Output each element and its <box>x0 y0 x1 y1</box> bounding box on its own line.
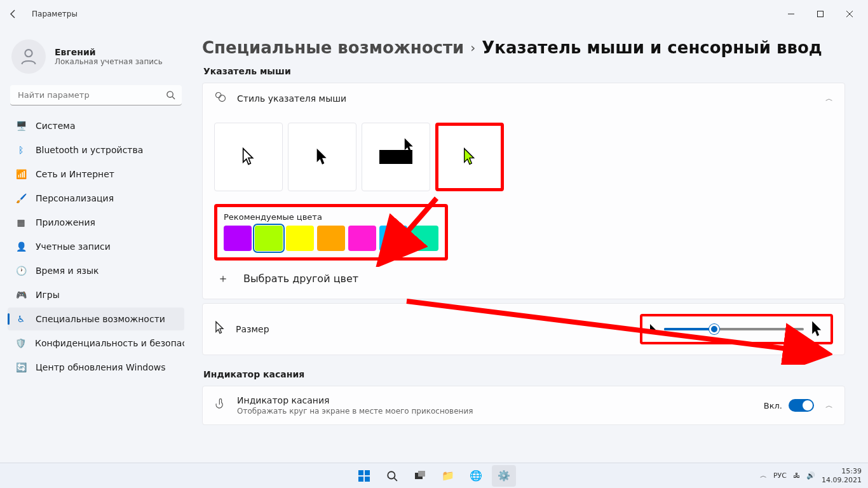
svg-rect-1 <box>818 11 824 17</box>
style-option-black[interactable] <box>288 123 356 191</box>
sidebar-item-privacy[interactable]: 🛡️Конфиденциальность и безопас <box>8 332 184 355</box>
svg-rect-12 <box>365 477 370 482</box>
sidebar-item-update[interactable]: 🔄Центр обновления Windows <box>8 356 184 379</box>
user-name: Евгений <box>55 47 163 57</box>
section-touch-label: Индикатор касания <box>203 369 845 379</box>
search-icon <box>166 90 175 102</box>
wifi-icon: 📶 <box>15 168 27 180</box>
taskbar-taskview[interactable] <box>408 465 432 487</box>
touch-title: Индикатор касания <box>237 395 754 405</box>
recommended-colors-block: Рекомендуемые цвета <box>214 204 448 261</box>
sidebar-item-bluetooth[interactable]: ᛒBluetooth и устройства <box>8 139 184 161</box>
sidebar-item-games[interactable]: 🎮Игры <box>8 283 184 306</box>
color-swatch-6[interactable] <box>410 226 438 251</box>
svg-rect-9 <box>358 470 363 475</box>
recommended-colors-label: Рекомендуемые цвета <box>224 212 438 222</box>
pointer-style-icon <box>214 91 227 106</box>
small-cursor-icon <box>649 323 658 335</box>
color-swatches <box>224 226 438 251</box>
tray-network-icon[interactable]: 🖧 <box>793 471 800 480</box>
toggle-state-label: Вкл. <box>764 401 782 410</box>
taskbar-settings[interactable]: ⚙️ <box>492 465 516 487</box>
card-header-style[interactable]: Стиль указателя мыши ︿ <box>203 83 844 114</box>
minimize-button[interactable] <box>776 4 806 24</box>
tray-clock[interactable]: 15:39 14.09.2021 <box>822 467 862 484</box>
cursor-icon <box>214 321 226 337</box>
card-title: Стиль указателя мыши <box>237 93 815 104</box>
taskbar: 📁 🌐 ⚙️ ︿ РУС 🖧 🔊 15:39 14.09.2021 <box>0 463 868 488</box>
slider-thumb[interactable] <box>709 324 719 334</box>
sidebar-item-time[interactable]: 🕐Время и язык <box>8 259 184 282</box>
sidebar: Евгений Локальная учетная запись 🖥️Систе… <box>0 28 191 463</box>
style-option-custom[interactable] <box>435 123 504 191</box>
apps-icon: ▦ <box>15 217 27 228</box>
avatar <box>11 39 46 74</box>
accessibility-icon: ♿ <box>15 313 27 325</box>
taskbar-tray: ︿ РУС 🖧 🔊 15:39 14.09.2021 <box>760 467 862 484</box>
touch-toggle[interactable] <box>789 399 814 412</box>
color-swatch-1[interactable] <box>255 226 283 251</box>
back-button[interactable] <box>4 4 23 24</box>
close-button[interactable] <box>835 4 864 24</box>
color-swatch-2[interactable] <box>286 226 314 251</box>
large-cursor-icon <box>810 320 824 338</box>
size-slider-wrap <box>640 314 833 344</box>
maximize-button[interactable] <box>806 4 835 24</box>
chevron-right-icon: › <box>470 40 475 55</box>
svg-rect-16 <box>418 471 425 477</box>
card-pointer-style: Стиль указателя мыши ︿ <box>202 83 845 299</box>
sidebar-item-personalization[interactable]: 🖌️Персонализация <box>8 187 184 210</box>
color-swatch-4[interactable] <box>348 226 376 251</box>
section-pointer-label: Указатель мыши <box>203 66 845 76</box>
sidebar-item-accessibility[interactable]: ♿Специальные возможности <box>8 308 184 330</box>
gear-icon: ⚙️ <box>498 470 510 482</box>
taskbar-explorer[interactable]: 📁 <box>436 465 460 487</box>
card-touch-indicator[interactable]: Индикатор касания Отображать круг на экр… <box>202 386 845 425</box>
breadcrumb-parent[interactable]: Специальные возможности <box>202 38 464 57</box>
pick-other-color-row[interactable]: ＋ Выбрать другой цвет <box>203 261 844 299</box>
chevron-up-icon: ︿ <box>825 93 833 104</box>
breadcrumb: Специальные возможности › Указатель мыши… <box>202 38 845 57</box>
style-option-inverted[interactable] <box>362 123 430 191</box>
edge-icon: 🌐 <box>470 470 482 482</box>
tray-overflow-icon[interactable]: ︿ <box>760 471 767 480</box>
tray-volume-icon[interactable]: 🔊 <box>806 471 815 480</box>
chevron-up-icon: ︿ <box>825 400 833 411</box>
pick-other-label: Выбрать другой цвет <box>243 273 358 285</box>
monitor-icon: 🖥️ <box>15 120 27 132</box>
clock-icon: 🕐 <box>15 265 27 276</box>
color-swatch-0[interactable] <box>224 226 252 251</box>
style-options-row <box>203 114 844 200</box>
size-slider[interactable] <box>664 328 804 330</box>
search-box <box>10 85 182 105</box>
account-header[interactable]: Евгений Локальная учетная запись <box>8 36 184 83</box>
taskbar-edge[interactable]: 🌐 <box>464 465 488 487</box>
sidebar-item-network[interactable]: 📶Сеть и Интернет <box>8 163 184 186</box>
svg-rect-11 <box>358 477 363 482</box>
user-sub: Локальная учетная запись <box>55 57 163 66</box>
svg-point-2 <box>25 50 32 57</box>
titlebar: Параметры <box>0 0 868 28</box>
svg-point-5 <box>216 93 221 98</box>
taskbar-search[interactable] <box>380 465 404 487</box>
sidebar-item-accounts[interactable]: 👤Учетные записи <box>8 235 184 258</box>
svg-rect-10 <box>365 470 370 475</box>
svg-line-4 <box>172 97 175 99</box>
touch-icon <box>214 397 227 414</box>
person-icon: 👤 <box>15 241 27 252</box>
sidebar-item-system[interactable]: 🖥️Система <box>8 114 184 137</box>
start-button[interactable] <box>352 465 376 487</box>
sidebar-item-apps[interactable]: ▦Приложения <box>8 211 184 234</box>
color-swatch-3[interactable] <box>317 226 345 251</box>
style-option-white[interactable] <box>214 123 283 191</box>
folder-icon: 📁 <box>442 470 454 482</box>
search-input[interactable] <box>10 85 182 105</box>
touch-sub: Отображать круг на экране в месте моего … <box>237 407 754 416</box>
shield-icon: 🛡️ <box>15 337 26 349</box>
color-swatch-5[interactable] <box>379 226 407 251</box>
plus-icon: ＋ <box>214 269 232 287</box>
tray-language[interactable]: РУС <box>773 471 787 480</box>
svg-point-6 <box>219 95 226 102</box>
main-content: Специальные возможности › Указатель мыши… <box>191 28 868 463</box>
window-title: Параметры <box>32 10 78 18</box>
